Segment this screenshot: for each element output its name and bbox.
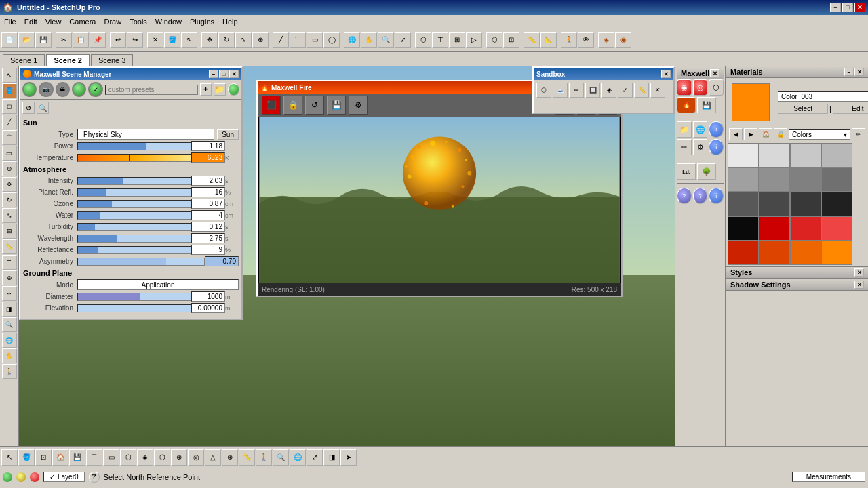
sb-btn-4[interactable]: 🔲 — [585, 83, 600, 98]
mgr-restore[interactable]: □ — [219, 70, 229, 78]
menu-item-camera[interactable]: Camera — [65, 16, 100, 27]
mgr-refresh-btn[interactable] — [228, 83, 239, 96]
color-swatch-8[interactable] — [728, 192, 759, 216]
sb-btn-6[interactable]: ⤢ — [618, 83, 633, 98]
mgr-search-1[interactable]: ↺ — [22, 102, 35, 114]
axis-tool[interactable]: ⊕ — [2, 270, 17, 285]
tape-tool[interactable]: 📏 — [2, 239, 17, 254]
mat-edit2-btn[interactable]: ✏ — [852, 128, 865, 140]
line-tool[interactable]: ╱ — [2, 115, 17, 129]
paste-button[interactable]: 📌 — [90, 32, 106, 48]
cut-button[interactable]: ✂ — [56, 32, 72, 48]
offset-tool[interactable]: ⊟ — [2, 224, 17, 239]
mgr-render-btn[interactable] — [22, 82, 37, 97]
color-swatch-5[interactable] — [759, 167, 790, 192]
sb-btn-5[interactable]: ◈ — [601, 83, 616, 98]
color-swatch-15[interactable] — [821, 216, 852, 241]
bt-zoom2[interactable]: 🔍 — [273, 449, 289, 466]
mx-info2-btn[interactable]: i — [709, 139, 724, 155]
rect-button[interactable]: ▭ — [307, 32, 323, 48]
undo-button[interactable]: ↩ — [110, 32, 126, 48]
minimize-button[interactable]: − — [830, 3, 841, 12]
planet-refl-value[interactable]: 16 — [191, 187, 225, 197]
measure-button[interactable]: 📏 — [524, 32, 540, 48]
materials-close[interactable]: ✕ — [854, 68, 864, 76]
select-button[interactable]: ↖ — [181, 32, 197, 48]
orbit-tool2[interactable]: 🌐 — [2, 333, 17, 348]
menu-item-edit[interactable]: Edit — [20, 16, 41, 27]
render2-button[interactable]: ◉ — [615, 32, 631, 48]
intensity-value[interactable]: 2.03 — [191, 176, 225, 186]
push-tool[interactable]: ⊕ — [2, 161, 17, 176]
color-swatch-0[interactable] — [728, 143, 759, 167]
turbidity-value[interactable]: 0.12 — [191, 222, 225, 232]
rotate-button[interactable]: ↻ — [218, 32, 235, 48]
walk-tool2[interactable]: 🚶 — [2, 364, 17, 379]
select-tool[interactable]: ↖ — [2, 68, 17, 83]
color-swatch-3[interactable] — [821, 143, 852, 167]
arc-button[interactable]: ⌒ — [290, 32, 306, 48]
sb-btn-1[interactable]: ⬡ — [536, 83, 551, 98]
maxwell-panel-close[interactable]: ✕ — [710, 69, 719, 77]
mx-fd-btn[interactable]: f.d. — [677, 163, 696, 180]
mat-forward-btn[interactable]: ▶ — [744, 128, 757, 140]
sb-btn-2[interactable]: 🗻 — [553, 83, 568, 98]
temperature-value[interactable]: 6523 — [191, 152, 225, 163]
material-name-input[interactable] — [778, 92, 868, 102]
bt-sphere[interactable]: ◎ — [188, 449, 204, 466]
bt-cone[interactable]: △ — [205, 449, 221, 466]
look-button[interactable]: 👁 — [578, 32, 594, 48]
power-value[interactable]: 1.18 — [191, 141, 225, 151]
wavelength-slider[interactable] — [77, 235, 191, 243]
mx-render2-btn[interactable]: ◎ — [693, 79, 708, 96]
section-tool[interactable]: ◨ — [2, 302, 17, 317]
mgr-scene-btn[interactable]: 🏔 — [56, 82, 70, 97]
scene-tab-1[interactable]: Scene 1 — [3, 54, 45, 66]
scale-tool2[interactable]: ⤡ — [2, 208, 17, 223]
render-button[interactable]: ◈ — [598, 32, 614, 48]
menu-item-plugins[interactable]: Plugins — [186, 16, 218, 27]
water-slider[interactable] — [77, 211, 191, 220]
mx-edit2-btn[interactable]: ⚙ — [693, 139, 708, 155]
temperature-slider[interactable] — [77, 154, 191, 162]
bt-cube2[interactable]: ◈ — [137, 449, 153, 466]
push-button[interactable]: ⊕ — [252, 32, 269, 48]
color-swatch-4[interactable] — [728, 167, 759, 192]
top-view-button[interactable]: ⊤ — [432, 32, 448, 48]
bt-rect2[interactable]: ▭ — [103, 449, 119, 466]
bt-arrow2[interactable]: ➤ — [340, 449, 357, 466]
mat-back-btn[interactable]: ◀ — [729, 128, 743, 140]
type-value[interactable]: Physical Sky — [77, 129, 214, 140]
sb-btn-7[interactable]: 📏 — [634, 83, 649, 98]
component-button[interactable]: ⬡ — [486, 32, 502, 48]
fire-save-btn[interactable]: 💾 — [327, 96, 346, 115]
sb-btn-8[interactable]: ✕ — [650, 83, 665, 98]
eraser-tool[interactable]: ◻ — [2, 99, 17, 114]
mx-folder-btn[interactable]: 📁 — [677, 121, 692, 138]
diameter-slider[interactable] — [77, 293, 191, 301]
mx-fire-btn[interactable]: 🔥 — [677, 97, 696, 113]
bt-cube3[interactable]: ⬡ — [154, 449, 170, 466]
mgr-camera-btn[interactable]: 📷 — [39, 82, 53, 97]
materials-minimize[interactable]: − — [844, 68, 854, 76]
bt-zoom3[interactable]: ⤢ — [307, 449, 323, 466]
mgr-add-btn[interactable]: + — [200, 83, 212, 96]
move-button[interactable]: ✥ — [201, 32, 218, 48]
styles-close[interactable]: ✕ — [854, 268, 864, 277]
ozone-value[interactable]: 0.87 — [191, 199, 225, 209]
move-tool[interactable]: ✥ — [2, 177, 17, 192]
redo-button[interactable]: ↪ — [127, 32, 143, 48]
bt-arch[interactable]: ⌒ — [86, 449, 102, 466]
mat-home-btn[interactable]: 🏠 — [759, 128, 772, 140]
color-swatch-17[interactable] — [759, 241, 790, 265]
sb-btn-3[interactable]: ✏ — [569, 83, 584, 98]
mgr-close[interactable]: ✕ — [229, 70, 239, 78]
scene-tab-3[interactable]: Scene 3 — [91, 54, 133, 66]
menu-item-file[interactable]: File — [0, 16, 20, 27]
front-view-button[interactable]: ⊞ — [449, 32, 465, 48]
shadow-close[interactable]: ✕ — [854, 281, 864, 289]
bt-arrow[interactable]: ↖ — [1, 449, 18, 466]
sun-type-btn[interactable]: Sun — [217, 129, 239, 140]
mode-value[interactable]: Application — [77, 279, 239, 290]
asymmetry-slider[interactable] — [77, 258, 205, 266]
